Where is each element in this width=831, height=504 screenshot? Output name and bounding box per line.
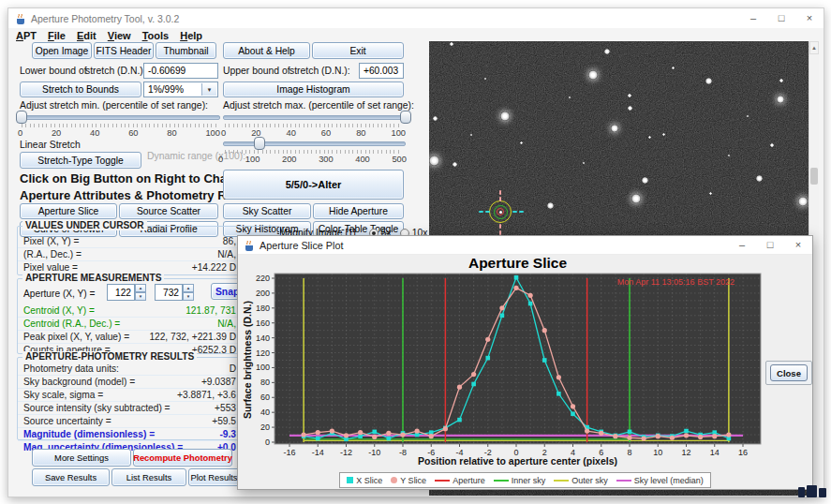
star — [611, 125, 618, 132]
tray-icon[interactable] — [798, 487, 805, 497]
aperture-slice-button[interactable]: Aperture Slice — [20, 203, 117, 219]
scale-tick-label: 300 — [319, 155, 334, 164]
menu-item-view[interactable]: View — [108, 30, 139, 41]
svg-text:-12: -12 — [340, 448, 352, 457]
spinner-up-icon[interactable]: ▲ — [183, 284, 194, 292]
star — [709, 192, 712, 195]
alter-aperture-button[interactable]: 5/5/0->Alter — [223, 170, 404, 200]
stretch-min-slider[interactable] — [20, 115, 220, 120]
aperture-x-stepper[interactable]: 122 ▲▼ — [107, 284, 146, 301]
chevron-down-icon[interactable]: ▼ — [201, 83, 216, 96]
adjust-max-label: Adjust stretch max. (percentile of set r… — [223, 100, 414, 111]
more-settings-button[interactable]: More Settings — [32, 449, 131, 467]
scale-tick-label: 60 — [321, 128, 331, 138]
tray-icon[interactable] — [807, 485, 817, 497]
aperture-x-value[interactable]: 122 — [107, 284, 135, 301]
svg-text:160: 160 — [256, 319, 270, 328]
star — [756, 175, 763, 182]
stretch-min-slider-thumb[interactable] — [16, 111, 27, 124]
spinner-down-icon[interactable]: ▼ — [183, 292, 194, 301]
stretch-min-scale: 020406080100 — [18, 128, 220, 138]
lower-bound-label: Lower bound of — [20, 66, 87, 76]
stretch-max-slider[interactable] — [223, 115, 406, 120]
legend-marker-icon — [391, 477, 397, 483]
source-scatter-button[interactable]: Source Scatter — [119, 203, 218, 219]
legend-item: Inner sky — [494, 476, 546, 485]
scale-tick-label: 20 — [52, 128, 61, 138]
aperture-y-stepper[interactable]: 732 ▲▼ — [155, 284, 194, 301]
menu-item-apt[interactable]: APT — [16, 30, 44, 41]
spinner-down-icon[interactable]: ▼ — [135, 292, 146, 301]
svg-text:14: 14 — [710, 448, 720, 457]
menu-item-edit[interactable]: Edit — [77, 30, 104, 41]
exit-button[interactable]: Exit — [312, 42, 404, 59]
aperture-y-value[interactable]: 732 — [155, 284, 183, 301]
minimize-icon[interactable]: – — [728, 235, 756, 255]
taskbar-icons[interactable] — [798, 485, 826, 497]
dynamic-range-slider[interactable] — [223, 141, 406, 146]
legend-item: Aperture — [435, 476, 485, 485]
spinner-up-icon[interactable]: ▲ — [135, 284, 146, 292]
tray-icon[interactable] — [819, 488, 826, 497]
stretch-preset-combo[interactable]: 1%/99% ▼ — [143, 82, 218, 97]
upper-bound-input[interactable]: +60.003 — [359, 63, 404, 79]
stretch-max-slider-thumb[interactable] — [400, 111, 411, 124]
lower-bound-input[interactable]: -0.60699 — [143, 63, 218, 79]
stretch-type-toggle-button[interactable]: Stretch-Type Toggle — [20, 152, 141, 169]
svg-text:120: 120 — [256, 348, 270, 358]
upper-bound-label: Upper bound of — [223, 66, 290, 76]
scale-tick-label: 40 — [90, 128, 99, 138]
stretch-to-bounds-button[interactable]: Stretch to Bounds — [20, 82, 141, 97]
fits-header-button[interactable]: FITS Header — [94, 42, 154, 59]
svg-text:-8: -8 — [399, 448, 407, 457]
legend-marker-icon — [347, 477, 353, 483]
scale-tick-label: 100 — [245, 155, 260, 164]
save-results-button[interactable]: Save Results — [32, 468, 110, 486]
scale-tick-label: 200 — [282, 155, 297, 164]
plot-close-button[interactable]: Close — [770, 364, 808, 381]
recompute-photometry-button[interactable]: Recompute Photometry — [133, 449, 232, 467]
close-icon[interactable]: × — [795, 8, 824, 28]
svg-text:-16: -16 — [283, 448, 295, 457]
legend-item: Outer sky — [554, 476, 608, 485]
legend-item: X Slice — [347, 476, 382, 485]
minimize-icon[interactable]: – — [739, 8, 767, 28]
stretch-max-slider-ticks — [225, 124, 402, 127]
open-image-button[interactable]: Open Image — [32, 42, 92, 59]
menu-item-help[interactable]: Help — [180, 30, 210, 41]
svg-text:0: 0 — [265, 437, 270, 447]
star — [770, 143, 774, 147]
star — [779, 79, 783, 82]
dynamic-range-slider-thumb[interactable] — [254, 137, 265, 150]
scale-tick-label: 400 — [355, 155, 370, 164]
aperture-xy-label: Aperture (X, Y) = — [23, 289, 96, 299]
list-results-button[interactable]: List Results — [111, 468, 186, 486]
svg-text:8: 8 — [627, 448, 631, 457]
sky-scatter-button[interactable]: Sky Scatter — [223, 203, 311, 219]
scroll-up-icon[interactable]: ▲ — [809, 41, 819, 54]
menu-item-tools[interactable]: Tools — [142, 30, 177, 41]
plot-app-icon — [244, 240, 255, 251]
photometry-results-title: APERTURE-PHOTOMETRY RESULTS — [22, 351, 197, 362]
main-titlebar[interactable]: Aperture Photometry Tool, v. 3.0.2 – □ × — [8, 8, 824, 28]
close-icon[interactable]: × — [784, 235, 812, 255]
maximize-icon[interactable]: □ — [756, 235, 784, 255]
menu-item-file[interactable]: File — [48, 30, 73, 41]
upper-bound-label-2: stretch (D.N.): — [289, 66, 350, 76]
image-histogram-button[interactable]: Image Histogram — [223, 82, 404, 97]
legend-item: Y Slice — [391, 476, 426, 485]
svg-text:60: 60 — [260, 393, 270, 402]
chart-legend: X SliceY SliceApertureInner skyOuter sky… — [339, 472, 710, 488]
plot-titlebar[interactable]: Aperture Slice Plot – □ × — [238, 236, 812, 255]
svg-text:Aperture Slice: Aperture Slice — [468, 255, 567, 271]
maximize-icon[interactable]: □ — [767, 8, 795, 28]
svg-text:-14: -14 — [312, 448, 324, 457]
about-help-button[interactable]: About & Help — [223, 42, 310, 59]
image-scrollbar-thumb[interactable] — [810, 168, 818, 185]
star — [500, 111, 510, 121]
plot-results-button[interactable]: Plot Results — [188, 468, 240, 486]
star — [604, 49, 610, 54]
plot-window-title: Aperture Slice Plot — [260, 240, 343, 251]
thumbnail-button[interactable]: Thumbnail — [156, 42, 216, 59]
hide-aperture-button[interactable]: Hide Aperture — [313, 203, 404, 219]
